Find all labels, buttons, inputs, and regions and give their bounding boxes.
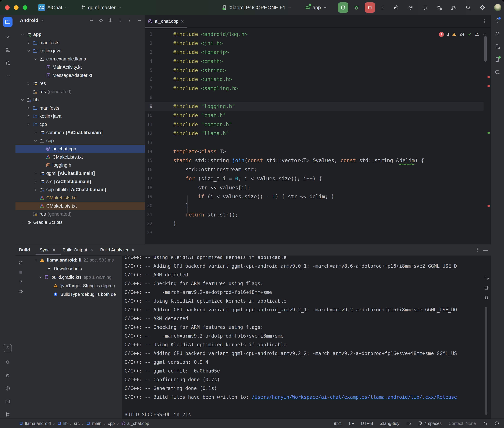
zoom-window-button[interactable]: [23, 5, 27, 10]
ai-context[interactable]: Context: None: [448, 421, 476, 426]
code-viewport[interactable]: 1#include <android/log.h>2#include <jni.…: [145, 28, 484, 244]
inspections-widget[interactable]: ! 3 24 15: [439, 32, 491, 37]
tree-item-cpp[interactable]: cpp: [16, 137, 145, 145]
build-output-path-link[interactable]: /Users/hanyin/Workspace/ai-chat/examples…: [252, 394, 457, 400]
tree-item-kotlin-java[interactable]: kotlin+java: [16, 112, 145, 120]
breadcrumb-cpp[interactable]: cpp: [108, 421, 115, 426]
version-control-tool-button[interactable]: [5, 412, 11, 417]
tree-item-manifests[interactable]: manifests: [16, 39, 145, 47]
device-selector[interactable]: Xiaomi POCOPHONE F1: [222, 5, 291, 10]
tree-item-mainactivity-kt[interactable]: MainActivity.kt: [16, 63, 145, 71]
search-everywhere-button[interactable]: [465, 5, 471, 10]
problems-tool-button[interactable]: [5, 386, 11, 391]
error-stripe-mark[interactable]: [487, 76, 490, 78]
chevron-right-icon[interactable]: [33, 171, 39, 176]
add-icon[interactable]: [89, 18, 94, 23]
tree-item-src[interactable]: src[AiChat.lib.main]: [16, 177, 145, 186]
commit-tool-button[interactable]: [5, 34, 11, 40]
locate-icon[interactable]: [98, 18, 103, 23]
gemini-ai-chat-tool-button[interactable]: [495, 70, 500, 75]
inspections-widget[interactable]: [406, 421, 411, 426]
editor-options-icon[interactable]: [482, 19, 487, 24]
code-line-4[interactable]: 4#include <cmath>: [145, 57, 484, 66]
pull-requests-tool-button[interactable]: [5, 60, 11, 66]
code-line-20[interactable]: 20 }: [145, 201, 484, 210]
line-ending[interactable]: LF: [349, 421, 354, 426]
clear-trash-icon[interactable]: [484, 294, 489, 300]
tree-item-cmakelists-txt[interactable]: CMakeLists.txt: [16, 194, 145, 202]
close-tab-icon[interactable]: ✕: [131, 248, 135, 252]
breadcrumb-llama-android[interactable]: llama.android: [19, 421, 51, 426]
chevron-right-icon[interactable]: [33, 179, 39, 184]
tree-item-lib[interactable]: lib: [16, 96, 145, 104]
encoding[interactable]: UTF-8: [361, 421, 373, 426]
code-line-10[interactable]: 10#include "chat.h": [145, 111, 484, 120]
vcs-branch-selector[interactable]: ggml-master: [80, 5, 122, 10]
notifications-tool-button[interactable]: [495, 17, 500, 23]
tree-item-res[interactable]: res: [16, 80, 145, 88]
code-line-12[interactable]: 12#include "llama.h": [145, 129, 484, 138]
code-line-1[interactable]: 1#include <android/log.h>: [145, 30, 484, 39]
build-tab-build-output[interactable]: Build Output✕: [63, 247, 93, 253]
chevron-down-icon[interactable]: [20, 32, 26, 37]
chevron-right-icon[interactable]: [33, 130, 39, 135]
close-tab-icon[interactable]: ✕: [180, 19, 184, 24]
close-window-button[interactable]: [5, 5, 10, 10]
more-vertical-icon[interactable]: [127, 18, 132, 23]
tree-item-cpp[interactable]: cpp: [16, 120, 145, 129]
expand-all-icon[interactable]: [108, 18, 113, 23]
profiler-button[interactable]: [422, 5, 428, 10]
chevron-down-icon[interactable]: [38, 275, 44, 279]
run-configuration[interactable]: app: [305, 5, 327, 10]
code-line-21[interactable]: 21 return str.str();: [145, 210, 484, 219]
breadcrumb-src[interactable]: src: [74, 421, 80, 426]
chevron-down-icon[interactable]: [26, 122, 33, 127]
tree-item-manifests[interactable]: manifests: [16, 104, 145, 112]
tree-item-res[interactable]: res(generated): [16, 210, 145, 218]
close-tab-icon[interactable]: ✕: [90, 248, 93, 252]
code-line-13[interactable]: 13: [145, 138, 484, 147]
chevron-right-icon[interactable]: [26, 81, 33, 86]
hide-panel-icon[interactable]: —: [483, 247, 488, 253]
chevron-right-icon[interactable]: [26, 106, 33, 110]
breadcrumb-lib[interactable]: lib: [57, 421, 68, 426]
device-manager-tool-button[interactable]: [495, 43, 500, 49]
error-stripe-mark[interactable]: [487, 85, 490, 87]
tree-item-messageadapter-kt[interactable]: MessageAdapter.kt: [16, 71, 145, 80]
tree-item-ai-chat-cpp[interactable]: Cai_chat.cpp: [16, 145, 145, 153]
build-tab-sync[interactable]: Sync✕: [40, 247, 56, 253]
editor-tab-ai-chat-cpp[interactable]: C ai_chat.cpp ✕: [145, 15, 188, 27]
chevron-right-icon[interactable]: [26, 114, 33, 118]
rerun-button[interactable]: [338, 2, 348, 13]
build-button[interactable]: [393, 5, 399, 10]
attach-debugger-button[interactable]: [436, 5, 442, 10]
running-devices-tool-button[interactable]: [495, 57, 500, 62]
chevron-right-icon[interactable]: [33, 188, 39, 192]
gradle-tool-button[interactable]: [495, 31, 500, 36]
code-line-7[interactable]: 7#include <sampling.h>: [145, 84, 484, 93]
code-line-8[interactable]: 8: [145, 93, 484, 102]
chevron-up-icon[interactable]: [482, 32, 487, 37]
file-lock[interactable]: [483, 421, 487, 426]
project-tool-button[interactable]: [3, 17, 13, 27]
logcat-tool-button[interactable]: [5, 372, 11, 378]
build-console[interactable]: C/C++: -- Using KleidiAI optimized kerne…: [122, 256, 491, 419]
build-tree-item[interactable]: Download info: [16, 264, 122, 273]
tree-item-logging-h[interactable]: logging.h: [16, 161, 145, 169]
app-quality-insights-tool-button[interactable]: [5, 360, 11, 365]
code-line-11[interactable]: 11#include "common.h": [145, 120, 484, 129]
code-line-15[interactable]: 15static std::string join(const std::vec…: [145, 156, 484, 165]
build-tool-button[interactable]: [4, 344, 12, 352]
tree-item-app[interactable]: app: [16, 31, 145, 39]
code-line-16[interactable]: 16 std::ostringstream str;: [145, 165, 484, 174]
settings-button[interactable]: [480, 5, 486, 10]
build-options-icon[interactable]: [475, 247, 480, 252]
close-tab-icon[interactable]: ✕: [52, 248, 56, 252]
console-scrollbar-thumb[interactable]: [485, 307, 487, 415]
tree-item-cmakelists-txt[interactable]: CMakeLists.txt: [16, 202, 145, 210]
clang-tidy[interactable]: .clang-tidy: [380, 421, 399, 426]
vertical-scrollbar-thumb[interactable]: [484, 36, 487, 62]
stop-button[interactable]: [365, 2, 375, 13]
soft-wrap-icon[interactable]: [484, 275, 489, 281]
tree-item-cmakelists-txt[interactable]: CMakeLists.txt: [16, 153, 145, 161]
